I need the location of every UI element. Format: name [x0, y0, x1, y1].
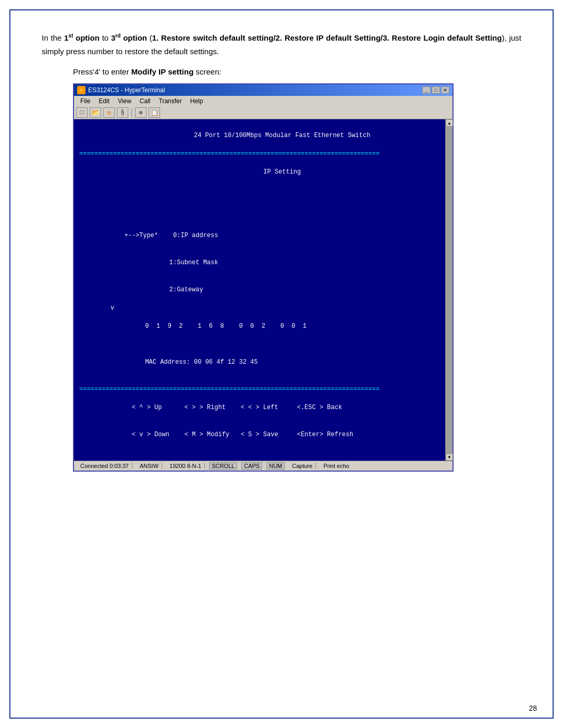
page-number: 28	[529, 704, 537, 712]
page-border	[9, 9, 554, 719]
